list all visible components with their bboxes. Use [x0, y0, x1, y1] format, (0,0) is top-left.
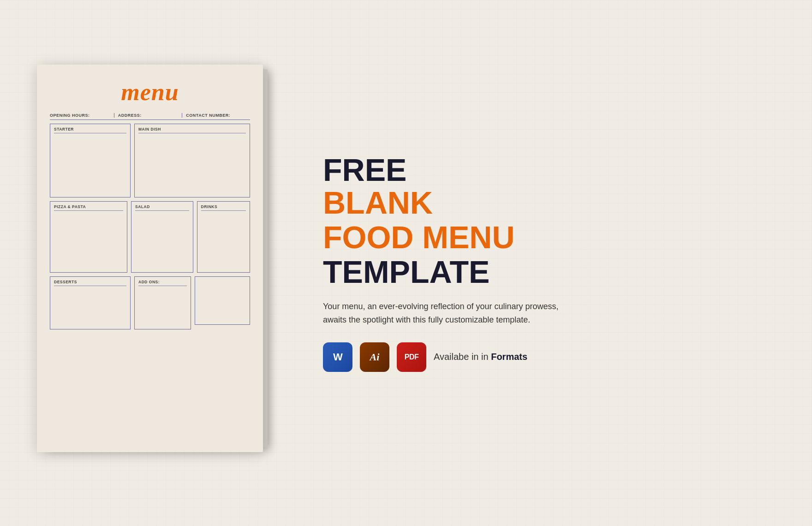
section-desserts: DESSERTS	[50, 276, 131, 329]
word-icon[interactable]: W	[323, 342, 352, 372]
formats-row: W Ai PDF Availabe in in Formats	[323, 342, 775, 372]
section-main-dish: MAIN DISH	[134, 124, 250, 197]
section-starter: STARTER	[50, 124, 131, 197]
section-add-ons: ADD ONS:	[134, 276, 191, 329]
menu-row-3: DESSERTS ADD ONS:	[50, 276, 250, 329]
template-title: BLANK FOOD MENU TEMPLATE	[323, 185, 775, 289]
desserts-label: DESSERTS	[54, 280, 126, 286]
formats-available-label: Availabe in	[434, 352, 478, 362]
formats-text: Availabe in in Formats	[434, 352, 527, 362]
section-drinks: DRINKS	[197, 201, 250, 273]
menu-card-wrapper: menu OPENING HOURS: ADDRESS: CONTACT NUM…	[37, 65, 277, 461]
menu-info-row: OPENING HOURS: ADDRESS: CONTACT NUMBER:	[50, 113, 250, 120]
menu-row-2: PIZZA & PASTA SALAD DRINKS	[50, 201, 250, 273]
menu-card-title: menu	[50, 78, 250, 106]
info-section: FREE BLANK FOOD MENU TEMPLATE Your menu,…	[304, 154, 775, 372]
formats-bold-label: Formats	[491, 352, 527, 362]
section-pizza-pasta: PIZZA & PASTA	[50, 201, 127, 273]
title-line-food-menu: FOOD MENU	[323, 220, 775, 255]
menu-card: menu OPENING HOURS: ADDRESS: CONTACT NUM…	[37, 65, 263, 452]
description-text: Your menu, an ever-evolving reflection o…	[323, 300, 563, 327]
salad-label: SALAD	[135, 204, 189, 211]
ai-icon[interactable]: Ai	[360, 342, 389, 372]
page-container: menu OPENING HOURS: ADDRESS: CONTACT NUM…	[37, 42, 775, 484]
menu-sections-grid: STARTER MAIN DISH PIZZA & PASTA SALAD	[50, 124, 250, 329]
headline-block: FREE BLANK FOOD MENU TEMPLATE	[323, 154, 775, 289]
pizza-pasta-label: PIZZA & PASTA	[54, 204, 123, 211]
drinks-label: DRINKS	[201, 204, 246, 211]
title-line-template: TEMPLATE	[323, 255, 775, 289]
opening-hours-label: OPENING HOURS:	[50, 113, 114, 118]
ai-icon-label: Ai	[370, 351, 380, 363]
section-salad: SALAD	[131, 201, 193, 273]
main-dish-label: MAIN DISH	[138, 127, 246, 133]
menu-row-1: STARTER MAIN DISH	[50, 124, 250, 197]
starter-label: STARTER	[54, 127, 126, 133]
pdf-icon[interactable]: PDF	[397, 342, 426, 372]
address-label: ADDRESS:	[118, 113, 183, 118]
title-line-blank: BLANK	[323, 185, 775, 220]
free-label: FREE	[323, 154, 775, 185]
pdf-icon-label: PDF	[405, 353, 419, 361]
add-ons-label: ADD ONS:	[138, 280, 187, 286]
section-extra	[195, 276, 250, 325]
contact-number-label: CONTACT NUMBER:	[186, 113, 250, 118]
word-icon-label: W	[333, 351, 342, 363]
